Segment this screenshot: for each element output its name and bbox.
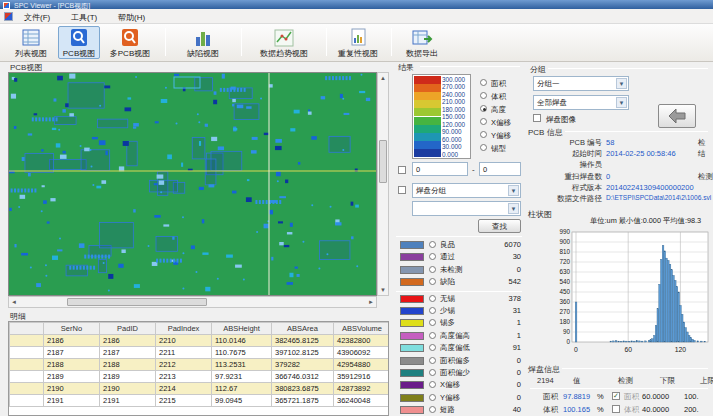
stat-row-缺陷[interactable]: 缺陷542	[398, 277, 522, 289]
toolbar-button-label: 数据导出	[397, 48, 447, 59]
radio-锡型[interactable]	[480, 144, 487, 151]
find-button[interactable]: 查找	[478, 219, 521, 233]
stat-row-通过[interactable]: 通过30	[398, 252, 522, 264]
radio-面积[interactable]	[480, 79, 487, 86]
app-mini-icon	[4, 12, 13, 21]
range-from-input[interactable]: 0	[412, 162, 468, 176]
stat-color-swatch	[400, 319, 424, 327]
cell: 99.0945	[212, 395, 272, 407]
detail-table[interactable]: SerNoPadIDPadIndexABSHeightABSAreaABSVol…	[8, 321, 389, 416]
pad-group-checkbox[interactable]	[398, 186, 406, 194]
stat-radio[interactable]	[429, 381, 436, 388]
scroll-left-icon[interactable]: ◄	[11, 299, 17, 305]
row-selector[interactable]	[10, 371, 44, 383]
back-button[interactable]	[658, 104, 696, 128]
list-view-icon	[20, 28, 42, 48]
stat-radio[interactable]	[429, 319, 436, 326]
stat-radio[interactable]	[429, 332, 436, 339]
table-row[interactable]: 218821882212113.253137928242954880	[10, 359, 390, 371]
stat-row-面积偏多[interactable]: 面积偏多0	[398, 356, 522, 368]
stat-row-高度偏高[interactable]: 高度偏高1	[398, 331, 522, 343]
pad-group-dropdown[interactable]: 焊盘分组 ▼	[412, 183, 521, 198]
scroll-down-icon[interactable]: ▼	[380, 287, 386, 293]
stat-row-X偏移[interactable]: X偏移0	[398, 380, 522, 392]
radio-高度[interactable]	[480, 105, 487, 112]
pcb-vertical-scrollbar[interactable]: ▲ ▼	[377, 72, 389, 296]
stat-row-无锡[interactable]: 无锡378	[398, 294, 522, 306]
pad-row-checkbox[interactable]	[612, 405, 620, 413]
stat-radio[interactable]	[429, 241, 436, 248]
pad-select-dropdown[interactable]: 全部焊盘 ▼	[533, 95, 629, 110]
stat-radio[interactable]	[429, 357, 436, 364]
stat-radio[interactable]	[429, 253, 436, 260]
chevron-down-icon[interactable]: ▼	[616, 97, 627, 108]
toolbar-button-5[interactable]: 重复性视图	[330, 26, 386, 59]
menu-item-0[interactable]: 文件(F)	[20, 11, 54, 24]
cell: 2188	[44, 359, 100, 371]
stat-label: X偏移	[440, 380, 460, 390]
table-row[interactable]: 21892189221397.9231366746.031235912916	[10, 371, 390, 383]
scroll-up-icon[interactable]: ▲	[380, 75, 386, 81]
stat-row-Y偏移[interactable]: Y偏移0	[398, 393, 522, 405]
stat-row-短路[interactable]: 短路40	[398, 405, 522, 416]
toolbar-button-6[interactable]: 数据导出	[396, 26, 448, 59]
radio-label: 体积	[491, 92, 506, 102]
radio-Y偏移[interactable]	[480, 131, 487, 138]
stat-row-少锡[interactable]: 少锡31	[398, 306, 522, 318]
table-row[interactable]: 219021902214112.67380823.687542873892	[10, 383, 390, 395]
col-ABSArea[interactable]: ABSArea	[272, 323, 334, 335]
table-row[interactable]: 218621862210110.0146382465.812542382800	[10, 335, 390, 347]
stat-row-高度偏低[interactable]: 高度偏低91	[398, 343, 522, 355]
row-selector[interactable]	[10, 347, 44, 359]
stat-row-锡多[interactable]: 锡多1	[398, 318, 522, 330]
pcb-horizontal-scrollbar[interactable]: ◄ ►	[8, 296, 377, 308]
radio-X偏移[interactable]	[480, 118, 487, 125]
pad-row-checkbox[interactable]	[612, 392, 620, 400]
stat-radio[interactable]	[429, 266, 436, 273]
pad-image-checkbox[interactable]	[533, 114, 541, 122]
col-ABSHeight[interactable]: ABSHeight	[212, 323, 272, 335]
svg-text:0: 0	[566, 338, 570, 345]
info-label-0: PCB 编号	[530, 138, 602, 148]
chevron-down-icon[interactable]: ▼	[508, 185, 519, 196]
row-selector[interactable]	[10, 359, 44, 371]
toolbar-button-4[interactable]: 数据趋势视图	[248, 26, 320, 59]
col-PadIndex[interactable]: PadIndex	[156, 323, 212, 335]
scale-value: 150.000	[442, 113, 470, 120]
menu-item-2[interactable]: 帮助(H)	[114, 11, 149, 24]
range-filter-checkbox[interactable]	[398, 166, 406, 174]
radio-体积[interactable]	[480, 92, 487, 99]
chevron-down-icon[interactable]: ▼	[508, 203, 519, 214]
stat-radio[interactable]	[429, 295, 436, 302]
table-row[interactable]: 21912191221599.0945365721.187536240048	[10, 395, 390, 407]
stat-radio[interactable]	[429, 278, 436, 285]
toolbar-button-3[interactable]: 缺陷视图	[172, 26, 234, 59]
col-PadID[interactable]: PadID	[100, 323, 156, 335]
toolbar-button-0[interactable]: 列表视图	[6, 26, 56, 59]
group-select-dropdown[interactable]: 分组一 ▼	[533, 76, 629, 91]
stat-row-未检测[interactable]: 未检测0	[398, 265, 522, 277]
stat-radio[interactable]	[429, 394, 436, 401]
col-SerNo[interactable]: SerNo	[44, 323, 100, 335]
stat-radio[interactable]	[429, 344, 436, 351]
scrollbar-thumb[interactable]	[67, 298, 207, 306]
stat-row-良品[interactable]: 良品6070	[398, 240, 522, 252]
stat-radio[interactable]	[429, 307, 436, 314]
stat-row-面积偏少[interactable]: 面积偏少0	[398, 368, 522, 380]
menu-item-1[interactable]: 工具(T)	[67, 11, 101, 24]
col-ABSVolume[interactable]: ABSVolume	[334, 323, 390, 335]
toolbar-button-2[interactable]: 多PCB视图	[102, 26, 158, 59]
chevron-down-icon[interactable]: ▼	[616, 78, 627, 89]
scroll-right-icon[interactable]: ►	[368, 299, 374, 305]
stat-radio[interactable]	[429, 369, 436, 376]
row-selector[interactable]	[10, 383, 44, 395]
range-to-input[interactable]: 0	[479, 162, 521, 176]
row-selector[interactable]	[10, 335, 44, 347]
sub-group-dropdown[interactable]: ▼	[412, 201, 521, 216]
table-row[interactable]: 218721872211110.7675397102.812543906092	[10, 347, 390, 359]
toolbar-button-1[interactable]: PCB视图	[58, 26, 100, 59]
pcb-canvas[interactable]	[8, 72, 377, 296]
row-selector[interactable]	[10, 395, 44, 407]
stat-radio[interactable]	[429, 406, 436, 413]
scrollbar-thumb[interactable]	[379, 140, 387, 183]
